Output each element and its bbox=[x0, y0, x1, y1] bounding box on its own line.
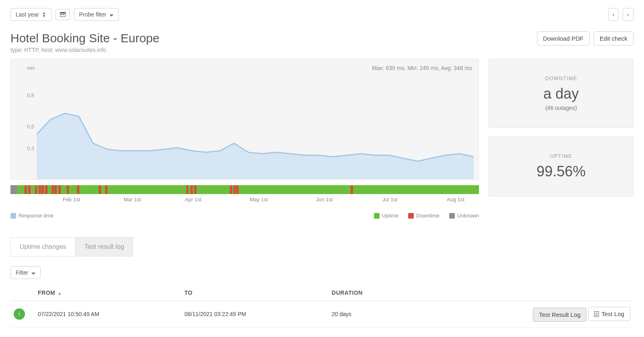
cell-from: 07/22/2021 10:50:49 AM bbox=[35, 301, 181, 328]
x-tick: Jun 1st bbox=[316, 196, 333, 203]
edit-check-button[interactable]: Edit check bbox=[594, 31, 634, 45]
timeline-outage-seg bbox=[77, 185, 79, 194]
timeline-outage-seg bbox=[236, 185, 239, 194]
downtime-sub: (46 outages) bbox=[494, 105, 628, 111]
chevron-down-icon bbox=[109, 11, 114, 18]
chevron-right-icon: › bbox=[627, 11, 629, 18]
swatch-icon bbox=[408, 213, 414, 219]
sort-icon: ▲▼ bbox=[42, 11, 46, 18]
timeline-outage-seg bbox=[351, 185, 353, 194]
timeline-outage-seg bbox=[67, 185, 69, 194]
col-to[interactable]: TO bbox=[181, 285, 328, 301]
results-table: FROM▲ TO DURATION ↑ 07/22/2021 10:50:49 … bbox=[10, 285, 634, 328]
x-tick: Aug 1st bbox=[447, 196, 464, 203]
chart-legend: Response time Uptime Downtime Unknown bbox=[10, 210, 479, 221]
legend-downtime: Downtime bbox=[408, 213, 440, 219]
nav-next-button[interactable]: › bbox=[623, 8, 634, 21]
probe-filter-label: Probe filter bbox=[79, 11, 107, 18]
filter-button[interactable]: Filter bbox=[10, 266, 41, 279]
x-tick: Jul 1st bbox=[382, 196, 398, 203]
y-tick: 0,3 bbox=[27, 145, 34, 151]
timeline-outage-seg bbox=[52, 185, 54, 194]
probe-filter-select[interactable]: Probe filter bbox=[74, 8, 119, 21]
table-row: ↑ 07/22/2021 10:50:49 AM 08/11/2021 03:2… bbox=[10, 301, 634, 328]
swatch-icon bbox=[10, 213, 16, 219]
test-log-button[interactable]: Test Log bbox=[588, 307, 630, 321]
uptime-label: UPTIME bbox=[494, 153, 628, 159]
toolbar: Last year ▲▼ Probe filter ‹ › bbox=[10, 8, 634, 21]
x-tick: May 1st bbox=[250, 196, 268, 203]
timeline-outage-seg bbox=[105, 185, 107, 194]
timeline-outage-seg bbox=[233, 185, 236, 194]
timeline-outage-seg bbox=[194, 185, 196, 194]
timeline-outage-seg bbox=[28, 185, 31, 194]
timeline-outage-seg bbox=[54, 185, 57, 194]
y-tick: 0,5 bbox=[27, 123, 34, 129]
timeline-outage-seg bbox=[25, 185, 27, 194]
x-tick: Mar 1st bbox=[124, 196, 141, 203]
tab-uptime-changes[interactable]: Uptime changes bbox=[10, 237, 76, 256]
response-time-chart: sec Max: 639 ms, Min: 249 ms, Avg: 348 m… bbox=[10, 59, 479, 180]
downtime-value: a day bbox=[494, 85, 628, 102]
chart-stats: Max: 639 ms, Min: 249 ms, Avg: 348 ms bbox=[372, 65, 472, 71]
timeline-outage-seg bbox=[99, 185, 101, 194]
log-tabs: Uptime changes Test result log bbox=[10, 237, 634, 256]
page-header: Hotel Booking Site - Europe type: HTTP, … bbox=[10, 31, 634, 53]
download-pdf-button[interactable]: Download PDF bbox=[537, 31, 590, 45]
legend-unknown: Unknown bbox=[449, 213, 479, 219]
uptime-card: UPTIME 99.56% bbox=[489, 136, 634, 196]
legend-response: Response time bbox=[10, 213, 54, 219]
downtime-card: DOWNTIME a day (46 outages) bbox=[489, 59, 634, 128]
tab-test-result-log[interactable]: Test result log bbox=[76, 237, 134, 256]
calendar-icon bbox=[60, 12, 66, 17]
uptime-value: 99.56% bbox=[494, 163, 628, 180]
timeline-outage-seg bbox=[39, 185, 41, 194]
y-tick: 0,8 bbox=[27, 92, 34, 98]
col-from[interactable]: FROM▲ bbox=[35, 285, 181, 301]
filter-label: Filter bbox=[16, 269, 28, 276]
downtime-label: DOWNTIME bbox=[494, 75, 628, 81]
nav-prev-button[interactable]: ‹ bbox=[608, 8, 619, 21]
swatch-icon bbox=[374, 213, 380, 219]
date-picker-button[interactable] bbox=[56, 9, 70, 20]
timeline-unknown-seg bbox=[10, 185, 17, 194]
chart-y-unit: sec bbox=[27, 65, 35, 71]
timeline-outage-seg bbox=[41, 185, 44, 194]
timeline-outage-seg bbox=[45, 185, 47, 194]
cell-duration: 20 days bbox=[328, 301, 409, 328]
time-range-select[interactable]: Last year ▲▼ bbox=[10, 8, 52, 21]
cell-to: 08/11/2021 03:22:49 PM bbox=[181, 301, 328, 328]
col-duration[interactable]: DURATION bbox=[328, 285, 409, 301]
timeline-outage-seg bbox=[230, 185, 232, 194]
time-range-label: Last year bbox=[16, 11, 39, 18]
x-axis-ticks: Feb 1stMar 1stApr 1stMay 1stJun 1stJul 1… bbox=[10, 196, 479, 206]
timeline-outage-seg bbox=[190, 185, 193, 194]
swatch-icon bbox=[449, 213, 455, 219]
chevron-left-icon: ‹ bbox=[613, 11, 615, 18]
legend-uptime: Uptime bbox=[374, 213, 398, 219]
document-icon bbox=[594, 311, 599, 317]
page-subtitle: type: HTTP, host: www.solarsuites.info bbox=[10, 47, 159, 53]
x-tick: Apr 1st bbox=[185, 196, 201, 203]
chart-svg bbox=[37, 74, 474, 179]
status-up-icon: ↑ bbox=[14, 308, 25, 320]
sort-asc-icon: ▲ bbox=[58, 291, 62, 296]
timeline-outage-seg bbox=[35, 185, 37, 194]
test-result-log-button[interactable]: Test Result Log bbox=[533, 308, 586, 322]
page-title: Hotel Booking Site - Europe bbox=[10, 31, 159, 45]
timeline-outage-seg bbox=[186, 185, 189, 194]
chevron-down-icon bbox=[31, 269, 35, 276]
uptime-timeline bbox=[10, 185, 479, 194]
timeline-outage-seg bbox=[58, 185, 61, 194]
x-tick: Feb 1st bbox=[63, 196, 80, 203]
